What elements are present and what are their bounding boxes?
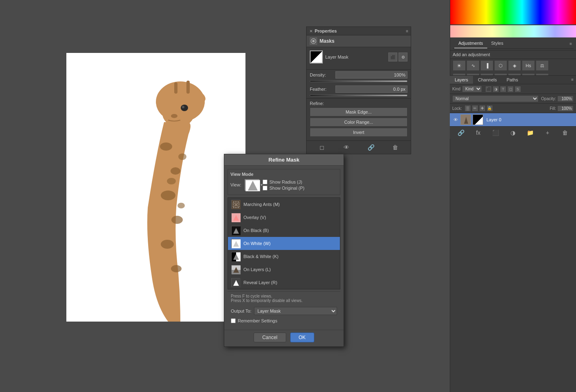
adj-exposure-btn[interactable]: ⬡ [494,60,507,71]
overlay-label: Overlay (V) [243,215,266,220]
adj-vibrance-btn[interactable]: ◈ [508,60,521,71]
kind-select[interactable]: Kind [462,85,482,92]
density-input[interactable] [335,71,407,79]
kind-shape-icon[interactable]: ◻ [507,86,514,92]
cancel-button[interactable]: Cancel [254,333,286,342]
layer-group-btn[interactable]: 📁 [526,128,535,137]
lock-transparent-icon[interactable]: ▒ [464,105,471,112]
layers-tab-paths[interactable]: Paths [502,76,523,84]
svg-point-15 [178,153,186,160]
adj-levels-btn[interactable]: ▐ [480,60,493,71]
thumb-reveal [231,278,240,287]
lock-all-icon[interactable]: 🔒 [486,105,493,112]
tab-styles[interactable]: Styles [487,39,508,48]
invert-btn[interactable]: Invert [310,128,407,137]
dropdown-item-overlay[interactable]: Overlay (V) [228,211,340,224]
fill-input[interactable] [557,105,574,112]
remember-checkbox[interactable] [231,318,236,323]
feather-slider[interactable] [310,94,407,96]
mask-preview-image [310,50,323,64]
dropdown-item-reveal[interactable]: Reveal Layer (R) [228,276,340,289]
svg-point-7 [182,106,184,108]
properties-title: Properties [315,28,337,33]
mask-options-btn[interactable]: ⚙ [399,53,407,61]
layers-tab-layers[interactable]: Layers [450,76,473,84]
tab-adjustments[interactable]: Adjustments [454,39,487,48]
thumb-on-layers [231,265,240,274]
layer-mask-btn[interactable]: ⬛ [491,128,500,137]
hint-text: Press F to cycle views. Press X to tempo… [228,291,340,305]
ok-button[interactable]: OK [290,333,314,342]
color-swatches-bottom [450,25,576,37]
dropdown-item-on-layers[interactable]: On Layers (L) [228,263,340,276]
dialog-body: View Mode View: ▼ Show Radius (J) [224,166,344,330]
layer-visibility-icon[interactable]: 👁 [452,116,459,123]
layers-tab-channels[interactable]: Channels [473,76,502,84]
svg-point-13 [161,240,174,249]
adj-hsl-btn[interactable]: Hs [522,60,535,71]
selection-icon-btn[interactable]: ◻ [318,143,326,152]
kind-pixel-icon[interactable]: ⬛ [485,86,492,92]
layer-new-btn[interactable]: + [543,128,552,137]
svg-point-12 [171,216,183,224]
view-preview-box[interactable] [245,179,259,191]
layers-panel-menu[interactable]: ≡ [569,76,576,84]
feather-label: Feather: [310,87,332,92]
remember-row: Remember Settings [228,317,340,326]
dropdown-item-marching-ants[interactable]: Marching Ants (M) [228,198,340,211]
svg-point-8 [171,114,177,118]
kind-smart-icon[interactable]: S [515,86,521,92]
dropdown-item-bw[interactable]: Black & White (K) [228,250,340,263]
layer-adj-btn[interactable]: ◑ [508,128,517,137]
refine-section: Refine: Mask Edge... Color Range... Inve… [307,98,411,140]
dropdown-item-on-white[interactable]: On White (W) [228,237,340,250]
view-dropdown-arrow[interactable]: ▼ [260,183,263,187]
remember-label: Remember Settings [238,318,277,323]
adjustment-bar: Adjustments Styles ≡ [450,37,576,50]
density-label: Density: [310,72,332,77]
output-select[interactable]: Layer Mask [254,307,337,315]
color-range-btn[interactable]: Color Range... [310,118,407,127]
mask-view-btn[interactable]: 👁 [342,143,351,152]
dropdown-item-on-black[interactable]: On Black (B) [228,224,340,237]
hint-line1: Press F to cycle views. [231,294,337,298]
layer-row-0[interactable]: 👁 Layer 0 [450,113,576,126]
layer-fx-btn[interactable]: fx [474,128,483,137]
refine-label: Refine: [310,101,407,106]
adj-curves-btn[interactable]: ∿ [466,60,480,71]
layer-thumb-image [460,114,471,125]
svg-point-9 [160,142,172,151]
adj-colorbal-btn[interactable]: ⚖ [536,60,549,71]
adj-brightness-btn[interactable]: ☀ [453,60,466,71]
layer-link-btn[interactable]: 🔗 [456,128,465,137]
svg-point-14 [171,265,182,272]
opacity-input[interactable] [557,96,574,102]
density-slider-container [307,80,411,84]
opacity-row: Opacity: [541,96,574,102]
show-original-row: Show Original (P) [263,186,304,191]
thumb-overlay [231,213,240,222]
delete-mask-btn[interactable]: 🗑 [391,143,400,152]
properties-close-btn[interactable]: ✕ [309,29,313,33]
fill-label: Fill: [550,106,556,111]
lock-move-icon[interactable]: ✚ [479,105,486,112]
mask-edge-btn[interactable]: Mask Edge... [310,107,407,116]
kind-adjust-icon[interactable]: ◑ [493,86,499,92]
adj-panel-menu[interactable]: ≡ [569,42,572,46]
density-slider[interactable] [310,80,407,82]
layer-delete-btn[interactable]: 🗑 [561,128,569,137]
layers-panel: Layers Channels Paths ≡ Kind Kind ⬛ ◑ T … [450,75,576,139]
feather-input[interactable] [335,85,407,93]
masks-title: Masks [320,38,335,44]
unlink-btn[interactable]: 🔗 [366,143,375,152]
layer-mask-section: Layer Mask ⬛ ⚙ [307,47,411,70]
layer-mask-preview: Layer Mask [310,50,348,64]
blend-mode-select[interactable]: Normal [452,95,539,102]
lock-row: Lock: ▒ ✏ ✚ 🔒 Fill: [450,104,576,113]
kind-type-icon[interactable]: T [500,86,506,92]
opacity-label: Opacity: [541,96,556,101]
lock-paint-icon[interactable]: ✏ [472,105,478,112]
properties-menu-btn[interactable]: ≡ [406,29,408,33]
mask-apply-btn[interactable]: ⬛ [388,53,397,61]
lock-label: Lock: [452,106,462,111]
